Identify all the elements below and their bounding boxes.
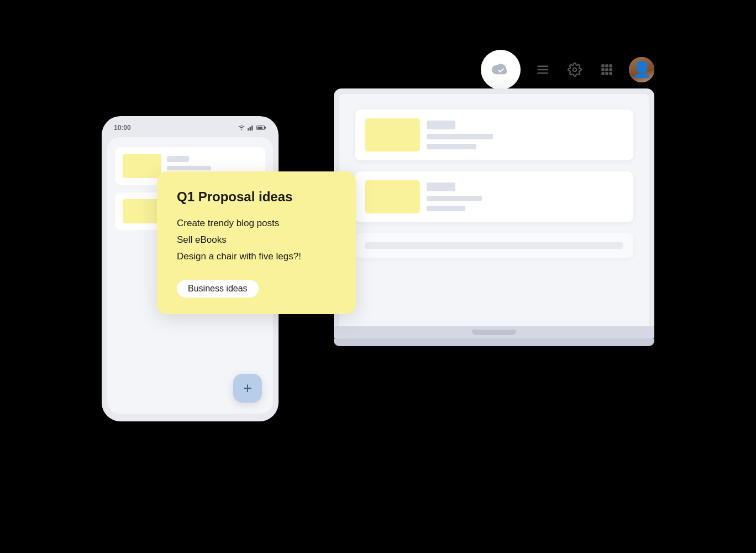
laptop-card-yellow-block (365, 118, 420, 152)
note-title: Q1 Proposal ideas (177, 189, 336, 205)
svg-rect-15 (251, 126, 253, 131)
laptop-screen-outer (334, 88, 654, 326)
laptop-card-line-1 (427, 134, 493, 139)
note-item-2: Sell eBooks (177, 233, 336, 247)
note-card: Q1 Proposal ideas Create trendy blog pos… (157, 171, 356, 314)
svg-rect-12 (609, 72, 612, 75)
svg-rect-8 (605, 68, 608, 71)
phone-status-bar: 10:00 (107, 124, 273, 137)
main-scene: 10:00 (102, 50, 654, 503)
laptop-card2-lines (427, 182, 482, 211)
laptop-card-line-2 (427, 144, 476, 149)
grid-icon (600, 62, 614, 77)
laptop-screen-inner (339, 94, 649, 326)
phone-card-gray-sm-1 (167, 156, 189, 162)
laptop-card2-line-2 (427, 206, 465, 211)
laptop-card-lines (427, 121, 493, 149)
cloud-check-icon (490, 59, 511, 80)
laptop-card2-gray-bar (427, 182, 455, 191)
svg-rect-6 (609, 64, 612, 67)
user-avatar[interactable] (629, 57, 654, 82)
svg-rect-5 (605, 64, 608, 67)
list-icon (536, 62, 550, 77)
svg-rect-7 (601, 68, 604, 71)
grid-view-button[interactable] (597, 60, 617, 80)
fab-plus-icon: + (243, 379, 252, 397)
top-toolbar (481, 50, 654, 90)
laptop-base (334, 326, 654, 338)
wifi-icon (238, 125, 245, 131)
phone-card-yellow-sm-2 (123, 199, 161, 223)
svg-point-3 (573, 68, 577, 72)
laptop-card-3 (355, 233, 633, 258)
fab-add-button[interactable]: + (233, 374, 262, 403)
svg-rect-11 (605, 72, 608, 75)
laptop-foot (334, 338, 654, 346)
phone-time: 10:00 (114, 124, 131, 132)
battery-icon (256, 125, 266, 131)
laptop-card-gray-bar (427, 121, 455, 129)
laptop-card-2 (355, 171, 633, 222)
laptop-mockup (334, 88, 654, 346)
svg-rect-2 (537, 72, 548, 74)
settings-button[interactable] (565, 60, 585, 80)
laptop-card2-line-1 (427, 196, 482, 201)
cloud-sync-button[interactable] (481, 50, 521, 90)
svg-rect-17 (265, 127, 266, 129)
list-view-button[interactable] (533, 60, 553, 80)
svg-rect-18 (258, 127, 262, 129)
note-items: Create trendy blog posts Sell eBooks Des… (177, 216, 336, 264)
note-tag[interactable]: Business ideas (177, 280, 259, 298)
note-item-3: Design a chair with five legs?! (177, 249, 336, 264)
gear-icon (568, 62, 582, 77)
svg-rect-13 (248, 128, 249, 131)
phone-status-icons (238, 125, 266, 131)
svg-rect-14 (250, 127, 251, 131)
svg-rect-10 (601, 72, 604, 75)
avatar-image (629, 57, 654, 82)
svg-rect-4 (601, 64, 604, 67)
laptop-card2-yellow-block (365, 180, 420, 213)
note-item-1: Create trendy blog posts (177, 216, 336, 231)
svg-rect-9 (609, 68, 612, 71)
phone-card-line-sm-1 (167, 166, 211, 170)
laptop-card-1 (355, 109, 633, 160)
svg-rect-1 (537, 69, 548, 71)
svg-rect-0 (537, 65, 548, 67)
laptop-notch (472, 330, 516, 335)
phone-card-yellow-sm-1 (123, 154, 161, 178)
signal-icon (248, 125, 254, 131)
